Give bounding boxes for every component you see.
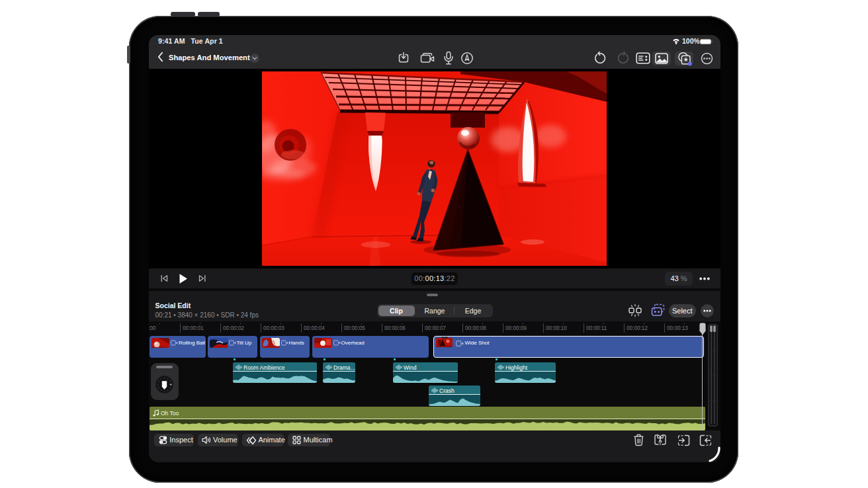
svg-text:00:00:08: 00:00:08 <box>465 325 486 331</box>
svg-text:00:00:03: 00:00:03 <box>263 325 284 331</box>
svg-text:00:00:09: 00:00:09 <box>505 325 527 331</box>
svg-text:00:00:12: 00:00:12 <box>627 325 648 331</box>
svg-text:00:00:05: 00:00:05 <box>344 325 365 331</box>
svg-text:00:00:04: 00:00:04 <box>304 325 325 331</box>
svg-text:00:00:07: 00:00:07 <box>425 325 446 331</box>
svg-text:00:00:11: 00:00:11 <box>586 325 607 331</box>
svg-text:00:00:06: 00:00:06 <box>384 325 406 331</box>
svg-text:00:00:01: 00:00:01 <box>183 325 204 331</box>
svg-text:00:00:02: 00:00:02 <box>223 325 244 331</box>
svg-text:00:00:13: 00:00:13 <box>667 325 688 331</box>
svg-text:00:00: 00:00 <box>149 325 156 331</box>
svg-text:00:00:10: 00:00:10 <box>546 325 567 331</box>
